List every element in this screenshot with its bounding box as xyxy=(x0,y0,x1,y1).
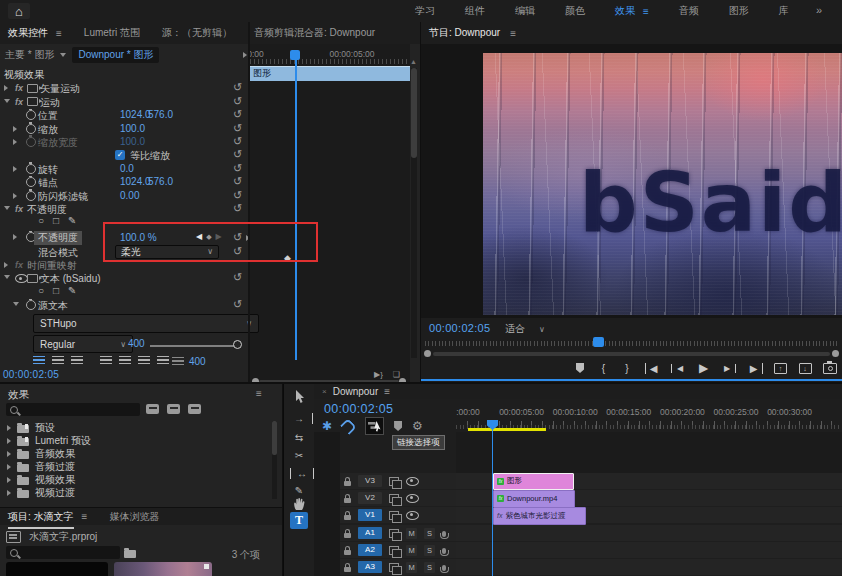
twirl-icon[interactable] xyxy=(4,85,8,91)
track-select-tool[interactable]: → xyxy=(288,413,313,424)
program-playhead[interactable] xyxy=(593,337,604,347)
reset-icon[interactable]: ↺ xyxy=(233,299,242,309)
tab-project[interactable]: 项目: 水滴文字 xyxy=(8,510,74,524)
twirl-icon[interactable] xyxy=(7,451,11,457)
track-v1-header[interactable]: V1 xyxy=(340,507,459,523)
step-back-button[interactable]: ◀ xyxy=(671,364,686,373)
stopwatch-icon[interactable] xyxy=(26,110,36,120)
workspace-tab-edit[interactable]: 编辑 xyxy=(515,4,535,18)
twirl-icon[interactable] xyxy=(13,139,17,145)
twirl-icon[interactable] xyxy=(7,464,11,470)
stopwatch-icon[interactable] xyxy=(26,191,36,201)
checkbox-checked-icon[interactable]: ✓ xyxy=(115,150,125,160)
ec-timecode[interactable]: 00:00:02:05 xyxy=(3,369,59,380)
timeline-settings-icon[interactable]: ⚙ xyxy=(412,419,423,433)
program-scrubber-ticks[interactable] xyxy=(425,341,838,346)
track-a2-content[interactable] xyxy=(456,542,842,558)
program-timecode[interactable]: 00:00:02:05 xyxy=(429,322,490,334)
track-a3-content[interactable] xyxy=(456,559,842,575)
twirl-icon[interactable] xyxy=(4,99,10,103)
reset-icon[interactable]: ↺ xyxy=(233,123,242,133)
workspace-menu-icon[interactable]: ≡ xyxy=(643,6,649,17)
effects-search-input[interactable] xyxy=(6,403,140,416)
lock-icon[interactable] xyxy=(344,515,351,520)
mute-button[interactable]: M xyxy=(406,545,417,556)
row-anchor-point[interactable]: 锚点 1024.0 576.0 ↺ xyxy=(0,175,248,188)
reset-icon[interactable]: ↺ xyxy=(233,109,242,119)
tree-item-lumetri-presets[interactable]: Lumetri 预设 xyxy=(0,434,266,447)
row-text-group[interactable]: 文本 (bSaidu) ↺ xyxy=(0,271,248,284)
row-vector-motion[interactable]: fx 矢量运动 ↺ xyxy=(0,81,248,94)
tab-lumetri-scopes[interactable]: Lumetri 范围 xyxy=(84,26,140,40)
workspace-tab-effects[interactable]: 效果 xyxy=(615,4,635,18)
lock-icon[interactable] xyxy=(344,498,351,503)
snap-icon[interactable] xyxy=(340,418,357,435)
track-output-eye-icon[interactable] xyxy=(406,494,419,503)
breadcrumb-clip[interactable]: Downpour * 图形 xyxy=(72,47,159,63)
stopwatch-icon[interactable] xyxy=(26,124,36,134)
add-marker-button[interactable] xyxy=(574,363,586,373)
mute-button[interactable]: M xyxy=(406,562,417,573)
workspace-tab-libraries[interactable]: 库 xyxy=(779,4,789,18)
selection-tool[interactable] xyxy=(284,390,314,406)
solo-button[interactable]: S xyxy=(424,545,435,556)
tree-item-audio-transitions[interactable]: 音频过渡 xyxy=(0,460,266,473)
home-icon[interactable]: ⌂ xyxy=(8,3,30,19)
track-name-button[interactable]: V2 xyxy=(358,492,382,504)
project-item-thumbnail[interactable] xyxy=(114,562,212,576)
hand-tool[interactable] xyxy=(284,497,314,513)
ec-playhead-handle[interactable] xyxy=(290,50,300,60)
voiceover-mic-icon[interactable] xyxy=(442,548,446,554)
twirl-icon[interactable] xyxy=(4,275,10,279)
sync-lock-icon[interactable] xyxy=(389,546,399,555)
effect-controls-timeline[interactable]: :00:00 00:00:05:00 图形 ◆ xyxy=(250,44,410,382)
reset-icon[interactable]: ↺ xyxy=(233,96,242,106)
row-rotation[interactable]: 旋转 0.0 ↺ xyxy=(0,162,248,175)
font-size-slider-track[interactable] xyxy=(150,345,238,347)
tab-sequence[interactable]: Downpour xyxy=(333,386,379,397)
accelerated-effects-icon[interactable] xyxy=(146,404,159,414)
twirl-icon[interactable] xyxy=(13,166,17,172)
twirl-icon[interactable] xyxy=(7,425,11,431)
ripple-edit-tool[interactable]: ⇆ xyxy=(284,432,314,443)
row-uniform-scale[interactable]: ✓ 等比缩放 ↺ xyxy=(0,148,248,161)
reset-icon[interactable]: ↺ xyxy=(233,163,242,173)
mute-button[interactable]: M xyxy=(406,528,417,539)
breadcrumb-expand-icon[interactable] xyxy=(243,52,247,58)
export-frame-button[interactable] xyxy=(823,363,837,374)
pen-mask-icon[interactable]: ✎ xyxy=(68,285,76,296)
panel-menu-icon[interactable]: ≡ xyxy=(384,386,390,397)
timeline-ruler[interactable]: :00:00 00:00:05:00 00:00:10:00 00:00:15:… xyxy=(456,400,842,431)
stopwatch-icon[interactable] xyxy=(26,300,36,310)
scrollbar-left-handle[interactable] xyxy=(252,378,259,382)
value-x[interactable]: 1024.0 xyxy=(120,109,151,120)
extract-button[interactable]: ↓ xyxy=(799,363,812,374)
fx-icon[interactable]: fx xyxy=(15,204,23,214)
tab-effect-controls[interactable]: 效果控件 xyxy=(8,26,48,40)
track-output-eye-icon[interactable] xyxy=(406,511,419,520)
scrollbar-right-handle[interactable] xyxy=(399,378,406,382)
align-center-icon[interactable] xyxy=(52,356,64,365)
rect-mask-icon[interactable]: □ xyxy=(53,285,59,296)
twirl-icon[interactable] xyxy=(13,193,17,199)
twirl-icon[interactable] xyxy=(7,438,11,444)
font-family-dropdown[interactable]: STHupo ∨ xyxy=(33,314,259,333)
ec-playhead-line[interactable] xyxy=(295,60,297,360)
tab-program[interactable]: 节目: Downpour xyxy=(429,26,500,40)
track-name-button-targeted[interactable]: V1 xyxy=(358,509,382,521)
clip-transition[interactable]: fx 紫色城市光影过渡 xyxy=(493,507,586,525)
twirl-icon[interactable] xyxy=(4,206,10,210)
workspace-overflow-icon[interactable]: » xyxy=(816,4,822,16)
rect-mask-icon[interactable]: □ xyxy=(53,215,59,226)
track-a2-header[interactable]: A2 M S xyxy=(340,542,459,558)
timeline-playhead-line[interactable] xyxy=(492,429,493,576)
twirl-icon[interactable] xyxy=(7,490,11,496)
stopwatch-icon[interactable] xyxy=(26,137,36,147)
lock-icon[interactable] xyxy=(344,533,351,538)
type-tool-selected[interactable]: T xyxy=(290,512,308,529)
program-scrollbar[interactable] xyxy=(424,350,839,357)
value[interactable]: 0.0 xyxy=(120,163,134,174)
play-button[interactable]: ▶ xyxy=(698,361,710,375)
workspace-tab-color[interactable]: 颜色 xyxy=(565,4,585,18)
track-v2-content[interactable]: fx Downpour.mp4 xyxy=(456,490,842,506)
